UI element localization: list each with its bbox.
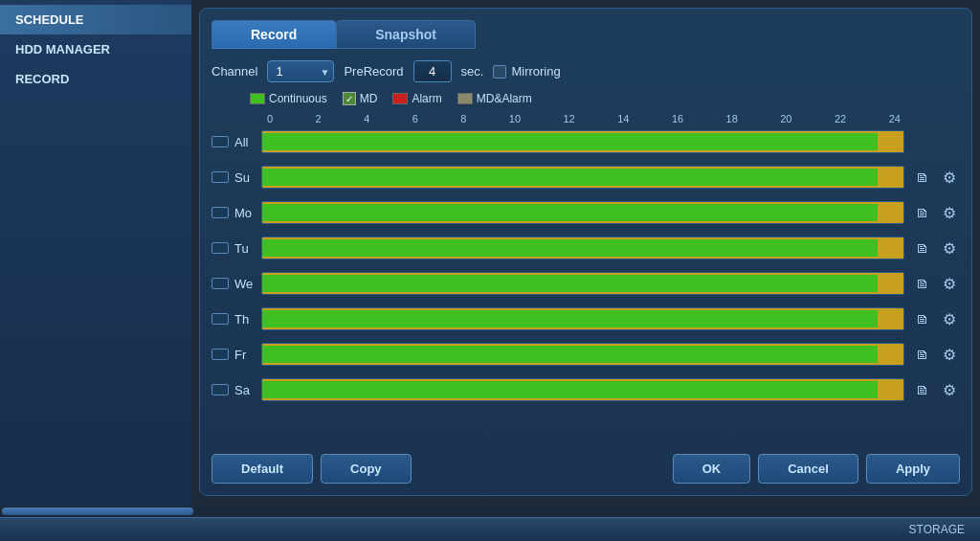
sidebar-label-hdd-manager: HDD MANAGER [15,42,110,56]
legend-md-alarm-label: MD&Alarm [477,92,532,105]
day-actions-we: 🗈 ⚙ [912,273,960,294]
day-row-tu: Tu 🗈 ⚙ [212,233,960,263]
scrollbar-thumb[interactable] [2,507,193,515]
day-row-mo: Mo 🗈 ⚙ [212,197,960,228]
settings-icon-mo[interactable]: ⚙ [939,202,960,223]
day-actions-sa: 🗈 ⚙ [912,379,960,400]
legend: Continuous ✓ MD Alarm MD&Alarm [212,92,960,105]
settings-icon-th[interactable]: ⚙ [939,308,960,329]
day-checkbox-su[interactable] [212,171,229,183]
copy-button[interactable]: Copy [321,454,412,484]
main-panel: Record Snapshot Channel 1 2 3 4 ▼ [199,8,972,496]
legend-md-label: MD [360,92,378,105]
channel-label: Channel [212,64,257,79]
time-22: 22 [835,113,846,124]
legend-continuous-color [250,93,265,104]
timeline-all[interactable] [261,130,904,153]
day-checkbox-all[interactable] [212,136,229,147]
timeline-sa-green [262,381,878,398]
timeline-su[interactable] [261,166,904,189]
day-checkbox-fr[interactable] [212,349,229,360]
mirroring-checkbox-label[interactable]: Mirroring [493,64,560,79]
tab-bar: Record Snapshot [212,20,960,49]
tab-record[interactable]: Record [212,20,336,49]
day-checkbox-tu[interactable] [212,242,229,254]
copy-icon-mo[interactable]: 🗈 [912,202,933,223]
copy-icon-tu[interactable]: 🗈 [912,237,933,259]
legend-md-alarm-color [457,93,473,104]
tab-snapshot[interactable]: Snapshot [336,20,476,49]
day-label-all: All [234,135,261,149]
settings-icon-fr[interactable]: ⚙ [939,344,960,365]
sidebar-item-schedule[interactable]: SCHEDULE [0,5,191,34]
time-8: 8 [460,113,466,124]
sidebar-label-schedule: SCHEDULE [15,12,84,27]
sec-label: sec. [461,64,484,79]
time-14: 14 [617,113,629,124]
time-4: 4 [364,113,369,124]
timeline-mo[interactable] [261,201,904,224]
timeline-tu[interactable] [261,237,904,259]
copy-icon-th[interactable]: 🗈 [912,308,933,329]
timeline-fr[interactable] [261,343,904,366]
day-checkbox-mo[interactable] [212,207,229,218]
ok-button[interactable]: OK [673,454,751,484]
bottom-buttons: Default Copy OK Cancel Apply [212,446,960,484]
settings-icon-tu[interactable]: ⚙ [939,237,960,259]
cancel-button[interactable]: Cancel [758,454,858,484]
btn-group-right: OK Cancel Apply [673,454,960,484]
day-row-su: Su 🗈 ⚙ [212,162,960,192]
channel-dropdown[interactable]: 1 2 3 4 [267,60,334,82]
day-label-sa: Sa [234,383,261,397]
legend-alarm-label: Alarm [412,92,441,105]
settings-icon-we[interactable]: ⚙ [939,273,960,294]
time-18: 18 [726,113,738,124]
day-row-all: All [212,126,960,157]
day-checkbox-sa[interactable] [212,384,229,395]
apply-button[interactable]: Apply [866,454,960,484]
scrollbar-area [0,506,980,517]
legend-md-alarm: MD&Alarm [457,92,532,105]
day-label-mo: Mo [234,206,261,220]
sidebar-item-hdd-manager[interactable]: HDD MANAGER [0,34,191,64]
day-actions-su: 🗈 ⚙ [912,167,960,188]
mirroring-label: Mirroring [511,64,560,79]
legend-md: ✓ MD [343,92,378,105]
timeline-th[interactable] [261,307,904,330]
legend-md-check: ✓ [343,92,356,105]
day-label-th: Th [234,312,261,327]
settings-icon-sa[interactable]: ⚙ [939,379,960,400]
day-row-sa: Sa 🗈 ⚙ [212,374,960,405]
day-checkbox-th[interactable] [212,313,229,325]
sidebar: SCHEDULE HDD MANAGER RECORD [0,0,191,541]
day-checkbox-we[interactable] [212,278,229,289]
copy-icon-we[interactable]: 🗈 [912,273,933,294]
day-row-we: We 🗈 ⚙ [212,268,960,299]
mirroring-checkbox[interactable] [493,65,506,79]
timeline-we[interactable] [261,272,904,295]
default-button[interactable]: Default [212,454,313,484]
schedule-grid: 0 2 4 6 8 10 12 14 16 18 20 22 24 [212,113,960,439]
timeline-sa[interactable] [261,378,904,401]
copy-icon-sa[interactable]: 🗈 [912,379,933,400]
content-area: Record Snapshot Channel 1 2 3 4 ▼ [191,0,980,541]
time-2: 2 [316,113,322,124]
copy-icon-su[interactable]: 🗈 [912,167,933,188]
day-actions-th: 🗈 ⚙ [912,308,960,329]
legend-alarm-color [392,93,408,104]
timeline-tu-green [262,239,878,257]
day-label-we: We [234,277,261,291]
settings-icon-su[interactable]: ⚙ [939,167,960,188]
top-controls: Channel 1 2 3 4 ▼ PreRecord sec. Mirrori… [212,60,960,82]
sidebar-item-record[interactable]: RECORD [0,64,191,94]
storage-status: STORAGE [909,523,965,536]
timeline-all-green [262,133,878,150]
day-actions-fr: 🗈 ⚙ [912,344,960,365]
prerecord-input[interactable] [413,60,452,82]
day-actions-tu: 🗈 ⚙ [912,237,960,259]
timeline-su-green [262,169,878,186]
day-row-fr: Fr 🗈 ⚙ [212,339,960,370]
time-0: 0 [267,113,273,124]
copy-icon-fr[interactable]: 🗈 [912,344,933,365]
sidebar-label-record: RECORD [15,72,69,86]
